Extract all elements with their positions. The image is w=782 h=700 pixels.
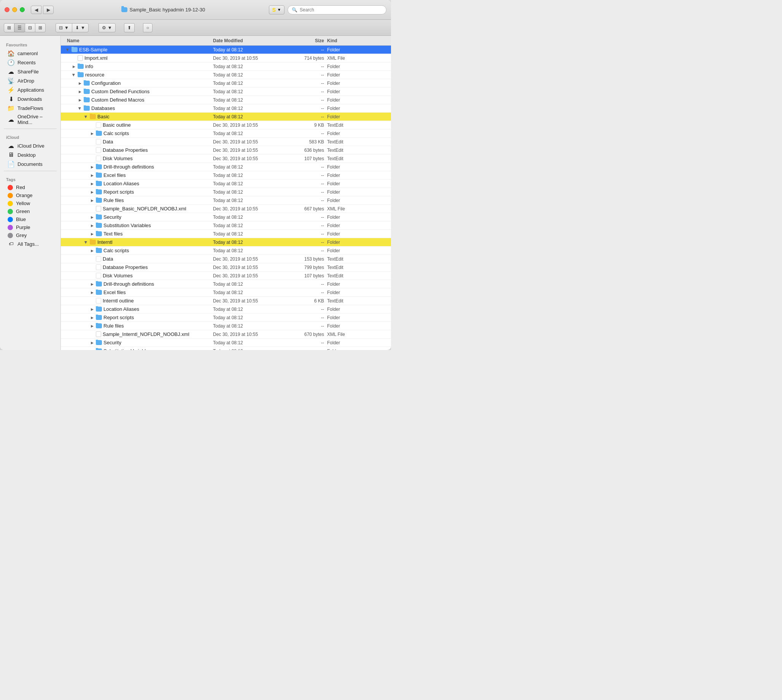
expand-arrow[interactable]: ▶ — [90, 215, 94, 220]
table-row[interactable]: ▶Rule filesToday at 08:12--Folder — [61, 196, 391, 205]
table-row[interactable]: ▶Excel filesToday at 08:12--Folder — [61, 288, 391, 297]
table-row[interactable]: Disk VolumesDec 30, 2019 at 10:55107 byt… — [61, 155, 391, 163]
table-row[interactable]: ▶BasicToday at 08:12--Folder — [61, 113, 391, 121]
view-columns-button[interactable]: ⊟ — [25, 23, 35, 32]
view-icons-button[interactable]: ⊞ — [4, 23, 15, 32]
sidebar-item-all-tags[interactable]: 🏷 All Tags... — [2, 239, 59, 248]
view-gallery-button[interactable]: ⊞ — [35, 23, 46, 32]
expand-arrow[interactable]: ▶ — [78, 89, 82, 94]
expand-arrow[interactable]: ▶ — [72, 73, 76, 77]
table-row[interactable]: ▶Location AliasesToday at 08:12--Folder — [61, 305, 391, 313]
table-row[interactable]: ▶Substitution VariablesToday at 08:12--F… — [61, 347, 391, 350]
table-row[interactable]: Import.xmlDec 30, 2019 at 10:55714 bytes… — [61, 54, 391, 62]
table-row[interactable]: ▶resourceToday at 08:12--Folder — [61, 71, 391, 79]
expand-arrow[interactable]: ▶ — [90, 232, 94, 236]
table-row[interactable]: Database PropertiesDec 30, 2019 at 10:55… — [61, 263, 391, 272]
table-row[interactable]: ▶Custom Defined MacrosToday at 08:12--Fo… — [61, 96, 391, 104]
sidebar-item-documents[interactable]: 📄 Documents — [2, 159, 59, 168]
table-row[interactable]: ▶ESB-SampleToday at 08:12--Folder — [61, 46, 391, 54]
table-row[interactable]: ▶DatabasesToday at 08:12--Folder — [61, 104, 391, 113]
table-row[interactable]: Sample_Interntl_NOFLDR_NOOBJ.xmlDec 30, … — [61, 330, 391, 338]
sort-button[interactable]: ⬇ ▼ — [72, 23, 89, 32]
expand-arrow[interactable]: ▶ — [78, 106, 82, 111]
sidebar-item-grey[interactable]: Grey — [2, 231, 59, 239]
expand-arrow[interactable]: ▶ — [90, 223, 94, 228]
sidebar-item-sharefile[interactable]: ☁ ShareFile — [2, 67, 59, 76]
sidebar-item-onedrive[interactable]: ☁ OneDrive – Mind... — [2, 113, 59, 126]
sidebar-item-green[interactable]: Green — [2, 207, 59, 215]
expand-arrow[interactable]: ▶ — [90, 182, 94, 186]
action-button[interactable]: ⚙ ▼ — [98, 23, 116, 32]
share-button[interactable]: ⬆ — [124, 23, 135, 32]
search-input[interactable] — [300, 7, 382, 13]
expand-arrow[interactable]: ▶ — [72, 64, 76, 69]
column-kind-header[interactable]: Kind — [327, 38, 391, 43]
expand-arrow[interactable]: ▶ — [90, 282, 94, 287]
table-row[interactable]: ▶ConfigurationToday at 08:12--Folder — [61, 79, 391, 88]
table-row[interactable]: ▶Rule filesToday at 08:12--Folder — [61, 322, 391, 330]
table-row[interactable]: ▶Report scriptsToday at 08:12--Folder — [61, 313, 391, 322]
table-row[interactable]: ▶Text filesToday at 08:12--Folder — [61, 230, 391, 238]
expand-arrow[interactable]: ▶ — [78, 81, 82, 86]
column-size-header[interactable]: Size — [289, 38, 327, 43]
table-row[interactable]: ▶SecurityToday at 08:12--Folder — [61, 213, 391, 222]
expand-arrow[interactable]: ▶ — [90, 340, 94, 345]
expand-arrow[interactable]: ▶ — [65, 48, 70, 52]
sidebar-item-airdrop[interactable]: 📡 AirDrop — [2, 76, 59, 85]
table-row[interactable]: Sample_Basic_NOFLDR_NOOBJ.xmlDec 30, 201… — [61, 205, 391, 213]
expand-arrow[interactable]: ▶ — [90, 349, 94, 350]
maximize-button[interactable] — [20, 7, 25, 12]
table-row[interactable]: ▶Location AliasesToday at 08:12--Folder — [61, 180, 391, 188]
expand-arrow[interactable]: ▶ — [84, 240, 88, 245]
column-date-header[interactable]: Date Modified — [213, 38, 289, 43]
table-row[interactable]: ▶Drill-through definitionsToday at 08:12… — [61, 280, 391, 288]
table-row[interactable]: Interntl outlineDec 30, 2019 at 10:556 K… — [61, 297, 391, 305]
table-row[interactable]: Basic outlineDec 30, 2019 at 10:559 KBTe… — [61, 121, 391, 129]
sidebar-item-yellow[interactable]: Yellow — [2, 199, 59, 207]
column-name-header[interactable]: Name — [61, 38, 213, 43]
view-list-button[interactable]: ☰ — [14, 23, 25, 32]
table-row[interactable]: ▶infoToday at 08:12--Folder — [61, 62, 391, 71]
expand-arrow[interactable]: ▶ — [90, 190, 94, 194]
sidebar-item-blue[interactable]: Blue — [2, 215, 59, 223]
sidebar-item-downloads[interactable]: ⬇ Downloads — [2, 94, 59, 103]
sidebar-item-recents[interactable]: 🕐 Recents — [2, 58, 59, 67]
table-row[interactable]: ▶Excel filesToday at 08:12--Folder — [61, 171, 391, 180]
expand-arrow[interactable]: ▶ — [78, 98, 82, 102]
table-row[interactable]: ▶Substitution VariablesToday at 08:12--F… — [61, 222, 391, 230]
back-button[interactable]: ◀ — [31, 6, 42, 14]
close-button[interactable] — [5, 7, 10, 12]
tag-button[interactable]: ○ — [143, 23, 153, 32]
sidebar-item-icloud-drive[interactable]: ☁ iCloud Drive — [2, 141, 59, 150]
sidebar-item-applications[interactable]: ⚡ Applications — [2, 85, 59, 94]
table-row[interactable]: ▶Report scriptsToday at 08:12--Folder — [61, 188, 391, 196]
sidebar-item-red[interactable]: Red — [2, 183, 59, 192]
forward-button[interactable]: ▶ — [43, 6, 53, 14]
sidebar-item-cameronl[interactable]: 🏠 cameronl — [2, 49, 59, 58]
expand-arrow[interactable]: ▶ — [90, 198, 94, 203]
expand-arrow[interactable]: ▶ — [90, 290, 94, 295]
sidebar-item-desktop[interactable]: 🖥 Desktop — [2, 150, 59, 159]
sidebar-item-purple[interactable]: Purple — [2, 223, 59, 231]
table-row[interactable]: DataDec 30, 2019 at 10:55153 bytesTextEd… — [61, 255, 391, 263]
table-row[interactable]: DataDec 30, 2019 at 10:55583 KBTextEdit — [61, 138, 391, 146]
sidebar-item-tradeflows[interactable]: 📁 TradeFlows — [2, 103, 59, 113]
expand-arrow[interactable]: ▶ — [90, 307, 94, 312]
expand-arrow[interactable]: ▶ — [84, 115, 88, 119]
expand-arrow[interactable]: ▶ — [90, 131, 94, 136]
expand-arrow[interactable]: ▶ — [90, 248, 94, 253]
minimize-button[interactable] — [12, 7, 17, 12]
expand-arrow[interactable]: ▶ — [90, 315, 94, 320]
symantec-button[interactable]: S ▼ — [269, 5, 285, 15]
sidebar-item-orange[interactable]: Orange — [2, 192, 59, 199]
expand-arrow[interactable]: ▶ — [90, 324, 94, 328]
table-row[interactable]: ▶Custom Defined FunctionsToday at 08:12-… — [61, 88, 391, 96]
search-bar[interactable]: 🔍 — [288, 5, 386, 15]
table-row[interactable]: ▶SecurityToday at 08:12--Folder — [61, 338, 391, 347]
table-row[interactable]: Disk VolumesDec 30, 2019 at 10:55107 byt… — [61, 272, 391, 280]
table-row[interactable]: ▶InterntlToday at 08:12--Folder — [61, 238, 391, 247]
table-row[interactable]: ▶Drill-through definitionsToday at 08:12… — [61, 163, 391, 171]
table-row[interactable]: ▶Calc scriptsToday at 08:12--Folder — [61, 129, 391, 138]
group-button[interactable]: ⊟ ▼ — [55, 23, 72, 32]
expand-arrow[interactable]: ▶ — [90, 165, 94, 169]
